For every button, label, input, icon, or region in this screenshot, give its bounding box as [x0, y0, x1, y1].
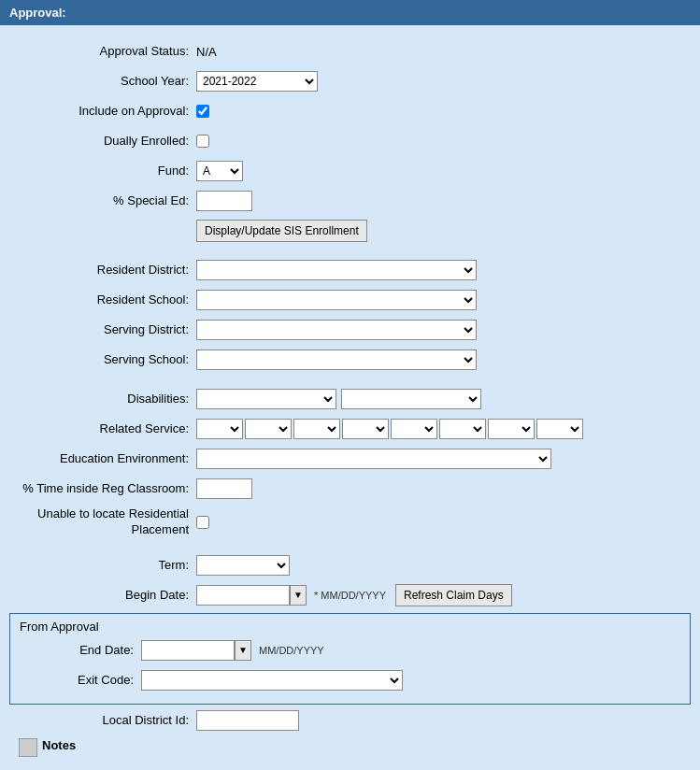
resident-district-label: Resident District:	[9, 262, 196, 278]
refresh-claim-days-button[interactable]: Refresh Claim Days	[395, 584, 512, 606]
pct-time-row: % Time inside Reg Classroom:	[9, 477, 691, 501]
school-year-row: School Year: 2021-2022 2020-2021 2019-20…	[9, 69, 691, 93]
school-year-select[interactable]: 2021-2022 2020-2021 2019-2020	[196, 71, 318, 92]
resident-district-row: Resident District:	[9, 258, 691, 282]
fund-field: A B C	[196, 161, 691, 181]
serving-school-select[interactable]	[196, 349, 477, 370]
special-ed-field	[196, 191, 691, 211]
end-date-row: End Date: ▼ MM/DD/YYYY	[20, 638, 680, 663]
disabilities-label: Disabilities:	[9, 391, 196, 407]
from-approval-title: From Approval	[20, 620, 680, 634]
begin-date-label: Begin Date:	[9, 587, 196, 604]
serving-school-row: Serving School:	[9, 348, 691, 372]
approval-status-label: Approval Status:	[9, 43, 196, 60]
fund-select[interactable]: A B C	[196, 161, 243, 181]
approval-status-value: N/A	[196, 45, 217, 59]
header-title: Approval:	[9, 6, 66, 20]
related-service-select-8[interactable]	[536, 419, 583, 439]
unable-to-locate-checkbox[interactable]	[196, 516, 209, 529]
related-service-select-4[interactable]	[342, 419, 389, 439]
resident-district-field	[196, 260, 691, 280]
include-on-approval-label: Include on Approval:	[9, 103, 196, 120]
begin-date-row: Begin Date: ▼ * MM/DD/YYYY Refresh Claim…	[9, 583, 691, 607]
end-date-label: End Date:	[20, 642, 141, 659]
special-ed-label: % Special Ed:	[9, 192, 196, 209]
related-service-select-1[interactable]	[196, 419, 243, 439]
exit-code-field	[141, 670, 680, 691]
begin-date-wrapper: ▼	[196, 585, 307, 606]
end-date-hint: MM/DD/YYYY	[259, 645, 324, 656]
end-date-wrapper: ▼	[141, 640, 251, 661]
fund-label: Fund:	[9, 163, 196, 179]
unable-to-locate-label: Unable to locate Residential Placement	[9, 506, 196, 538]
disabilities-row: Disabilities:	[9, 387, 691, 411]
approval-status-row: Approval Status: N/A	[9, 39, 691, 64]
include-on-approval-checkbox[interactable]	[196, 105, 209, 118]
exit-code-select[interactable]	[141, 670, 403, 691]
approval-status-field: N/A	[196, 45, 691, 59]
exit-code-label: Exit Code:	[20, 672, 141, 689]
serving-district-select[interactable]	[196, 320, 477, 340]
local-district-id-field	[196, 710, 691, 731]
serving-district-label: Serving District:	[9, 321, 196, 338]
page-container: Approval: Approval Status: N/A School Ye…	[0, 0, 700, 770]
education-environment-select[interactable]	[196, 449, 551, 469]
related-service-select-2[interactable]	[245, 419, 292, 439]
include-on-approval-field	[196, 105, 691, 118]
resident-school-select[interactable]	[196, 290, 477, 310]
end-date-input[interactable]	[141, 640, 235, 661]
related-service-select-3[interactable]	[293, 419, 340, 439]
fund-row: Fund: A B C	[9, 159, 691, 183]
related-service-select-6[interactable]	[439, 419, 486, 439]
serving-district-field	[196, 320, 691, 340]
related-service-select-7[interactable]	[488, 419, 535, 439]
related-service-row: Related Service:	[9, 417, 691, 441]
end-date-calendar-btn[interactable]: ▼	[235, 640, 251, 661]
resident-school-field	[196, 290, 691, 310]
term-select[interactable]	[196, 555, 290, 576]
begin-date-field: ▼ * MM/DD/YYYY Refresh Claim Days	[196, 584, 691, 606]
related-service-field	[196, 419, 691, 439]
local-district-id-input[interactable]	[196, 710, 299, 731]
display-update-button[interactable]: Display/Update SIS Enrollment	[196, 220, 367, 242]
pct-time-field	[196, 478, 691, 499]
exit-code-row: Exit Code:	[20, 668, 680, 692]
dually-enrolled-field	[196, 135, 691, 148]
special-ed-row: % Special Ed:	[9, 189, 691, 213]
term-field	[196, 555, 691, 576]
display-update-row: Display/Update SIS Enrollment	[9, 219, 691, 243]
term-row: Term:	[9, 553, 691, 578]
resident-school-row: Resident School:	[9, 288, 691, 312]
notes-label: Notes	[42, 738, 76, 752]
form-area: Approval Status: N/A School Year: 2021-2…	[0, 35, 700, 770]
notes-icon	[19, 738, 37, 757]
from-approval-box: From Approval End Date: ▼ MM/DD/YYYY Exi…	[9, 613, 691, 705]
school-year-label: School Year:	[9, 73, 196, 90]
begin-date-hint: * MM/DD/YYYY	[314, 590, 386, 601]
disabilities-select-1[interactable]	[196, 389, 336, 409]
unable-to-locate-row: Unable to locate Residential Placement	[9, 506, 691, 538]
dually-enrolled-checkbox[interactable]	[196, 135, 209, 148]
education-environment-label: Education Environment:	[9, 450, 196, 467]
serving-school-field	[196, 349, 691, 370]
dually-enrolled-row: Dually Enrolled:	[9, 129, 691, 153]
disabilities-field	[196, 389, 691, 409]
related-service-label: Related Service:	[9, 421, 196, 437]
notes-row: Notes	[9, 738, 691, 757]
related-service-select-5[interactable]	[391, 419, 437, 439]
special-ed-input[interactable]	[196, 191, 252, 211]
local-district-id-label: Local District Id:	[9, 712, 196, 729]
pct-time-input[interactable]	[196, 478, 252, 499]
resident-district-select[interactable]	[196, 260, 477, 280]
begin-date-calendar-btn[interactable]: ▼	[290, 585, 307, 606]
term-label: Term:	[9, 557, 196, 574]
education-environment-field	[196, 449, 691, 469]
include-on-approval-row: Include on Approval:	[9, 99, 691, 123]
dually-enrolled-label: Dually Enrolled:	[9, 133, 196, 150]
local-district-id-row: Local District Id:	[9, 708, 691, 733]
disabilities-select-2[interactable]	[341, 389, 481, 409]
approval-header: Approval:	[0, 0, 700, 25]
school-year-field: 2021-2022 2020-2021 2019-2020	[196, 71, 691, 92]
begin-date-input[interactable]	[196, 585, 290, 606]
display-update-field: Display/Update SIS Enrollment	[196, 220, 691, 242]
